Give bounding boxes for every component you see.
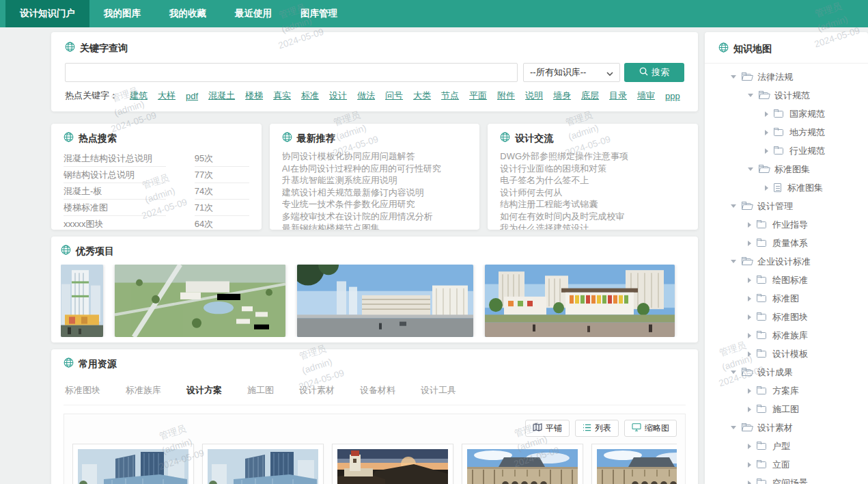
tree-node[interactable]: 法律法规: [705, 68, 868, 86]
tree-node[interactable]: 标准图集: [705, 178, 868, 197]
tree-node[interactable]: 作业指导: [705, 215, 868, 234]
tile-view-button[interactable]: 平铺: [525, 420, 570, 437]
expand-arrow-icon[interactable]: [748, 278, 751, 283]
project-image[interactable]: [485, 265, 675, 337]
hot-keyword[interactable]: pdf: [186, 91, 198, 101]
expand-arrow-icon[interactable]: [748, 222, 751, 228]
tree-node[interactable]: 立面: [705, 455, 868, 474]
hot-keyword[interactable]: 楼梯: [245, 90, 263, 102]
nav-item-gallery-management[interactable]: 图库管理: [286, 0, 352, 27]
tree-node[interactable]: 设计规范: [705, 86, 868, 105]
tree-node[interactable]: 标准族库: [705, 326, 868, 345]
expand-arrow-icon[interactable]: [748, 351, 751, 357]
nav-item-portal[interactable]: 设计知识门户: [5, 0, 89, 27]
nav-item-my-favorites[interactable]: 我的收藏: [155, 0, 221, 27]
tree-node[interactable]: 标准图块: [705, 308, 868, 326]
expand-arrow-icon[interactable]: [748, 296, 751, 301]
tree-node[interactable]: 设计模板: [705, 345, 868, 363]
hot-keyword[interactable]: 大类: [413, 90, 431, 102]
exchange-item[interactable]: 结构注册工程能考试锦囊: [500, 198, 686, 211]
tree-node[interactable]: 行业规范: [705, 142, 868, 160]
tree-node[interactable]: 标准图集: [705, 160, 868, 178]
thumbnail-view-button[interactable]: 缩略图: [624, 420, 677, 437]
hot-keyword[interactable]: 标准: [301, 90, 319, 102]
knowledge-base-select[interactable]: --所有知识库--: [523, 63, 620, 82]
tree-node[interactable]: 标准图: [705, 289, 868, 308]
collapse-arrow-icon[interactable]: [731, 426, 736, 429]
tab-design-schemes[interactable]: 设计方案: [186, 384, 222, 396]
search-button[interactable]: 搜索: [624, 63, 684, 82]
exchange-item[interactable]: 如何在有效时间内及时完成校审: [500, 211, 686, 223]
tree-node[interactable]: 户型: [705, 437, 868, 455]
expand-arrow-icon[interactable]: [765, 130, 768, 135]
recommend-item[interactable]: 多端校审技术在设计院的应用情况分析: [282, 211, 468, 223]
hot-keyword[interactable]: ppp: [665, 91, 680, 101]
exchange-item[interactable]: 设计行业面临的困境和对策: [500, 163, 686, 175]
hot-keyword[interactable]: 真实: [273, 90, 291, 102]
expand-arrow-icon[interactable]: [748, 241, 751, 246]
collapse-arrow-icon[interactable]: [731, 371, 736, 374]
nav-item-recently-used[interactable]: 最近使用: [221, 0, 286, 27]
hot-keyword[interactable]: 墙审: [637, 90, 655, 102]
hot-search-item[interactable]: 混凝土结构设计总说明95次: [64, 150, 249, 167]
expand-arrow-icon[interactable]: [765, 185, 768, 191]
exchange-item[interactable]: 电子签名为什么签不上: [500, 174, 686, 187]
hot-keyword[interactable]: 做法: [357, 90, 375, 102]
search-input[interactable]: [65, 63, 518, 82]
hot-keyword[interactable]: 大样: [158, 90, 176, 102]
hot-keyword[interactable]: 建筑: [130, 90, 148, 102]
expand-arrow-icon[interactable]: [748, 481, 751, 484]
tree-node[interactable]: 地方规范: [705, 123, 868, 142]
project-image[interactable]: [115, 265, 285, 337]
hot-keyword[interactable]: 说明: [525, 90, 543, 102]
tree-node[interactable]: 设计成果: [705, 363, 868, 381]
tree-node[interactable]: 质量体系: [705, 234, 868, 252]
expand-arrow-icon[interactable]: [765, 111, 768, 117]
recommend-item[interactable]: 协同设计模板化协同应用问题解答: [282, 150, 468, 163]
project-image[interactable]: [297, 265, 473, 337]
hot-keyword[interactable]: 底层: [581, 90, 599, 102]
exchange-item[interactable]: 设计师何去何从: [500, 187, 686, 199]
collapse-arrow-icon[interactable]: [731, 260, 736, 263]
tree-node[interactable]: 国家规范: [705, 105, 868, 123]
tab-design-materials[interactable]: 设计素材: [299, 384, 335, 396]
expand-arrow-icon[interactable]: [748, 444, 751, 449]
recommend-item[interactable]: 升基坑智能监测系统应用说明: [282, 174, 468, 187]
hot-keyword[interactable]: 墙身: [553, 90, 571, 102]
collapse-arrow-icon[interactable]: [748, 167, 753, 171]
recommend-item[interactable]: 最新钢结构楼梯节点图集: [282, 222, 468, 230]
hot-search-item[interactable]: 混凝土-板74次: [64, 183, 249, 200]
hot-search-item[interactable]: xxxxx图块64次: [64, 216, 249, 230]
hot-search-item[interactable]: 钢结构设计总说明77次: [64, 167, 249, 183]
resource-card[interactable]: 协同大厦: [202, 444, 324, 484]
tree-node[interactable]: 企业设计标准: [705, 252, 868, 271]
expand-arrow-icon[interactable]: [748, 388, 751, 394]
hot-keyword[interactable]: 节点: [441, 90, 459, 102]
nav-item-my-gallery[interactable]: 我的图库: [89, 0, 155, 27]
hot-keyword[interactable]: 问号: [385, 90, 403, 102]
expand-arrow-icon[interactable]: [765, 148, 768, 154]
collapse-arrow-icon[interactable]: [748, 94, 753, 97]
hot-keyword[interactable]: 目录: [609, 90, 627, 102]
tab-construction-drawings[interactable]: 施工图: [247, 384, 274, 396]
hot-keyword[interactable]: 附件: [497, 90, 515, 102]
tree-node[interactable]: 空间场景: [705, 474, 868, 484]
tree-node[interactable]: 施工图: [705, 400, 868, 418]
tab-equipment-materials[interactable]: 设备材料: [360, 384, 395, 396]
tree-node[interactable]: 绘图标准: [705, 271, 868, 289]
hot-keyword[interactable]: 混凝土: [208, 90, 235, 102]
exchange-item[interactable]: DWG外部参照绑定操作注意事项: [500, 150, 686, 163]
exchange-item[interactable]: 我为什么选择建筑设计: [500, 222, 686, 230]
recommend-item[interactable]: AI在协同设计过程种的应用的可行性研究: [282, 163, 468, 175]
tree-node[interactable]: 设计管理: [705, 197, 868, 215]
expand-arrow-icon[interactable]: [748, 462, 751, 468]
resource-card[interactable]: 实施用-碧云天项目四期: [462, 444, 583, 484]
collapse-arrow-icon[interactable]: [731, 204, 736, 208]
list-view-button[interactable]: 列表: [575, 420, 619, 437]
expand-arrow-icon[interactable]: [748, 333, 751, 338]
project-image[interactable]: [61, 265, 103, 337]
hot-search-item[interactable]: 楼梯标准图71次: [64, 200, 249, 216]
hot-keyword[interactable]: 设计: [329, 90, 347, 102]
recommend-item[interactable]: 建筑设计相关规范最新修订内容说明: [282, 187, 468, 199]
tab-standard-families[interactable]: 标准族库: [126, 384, 161, 396]
